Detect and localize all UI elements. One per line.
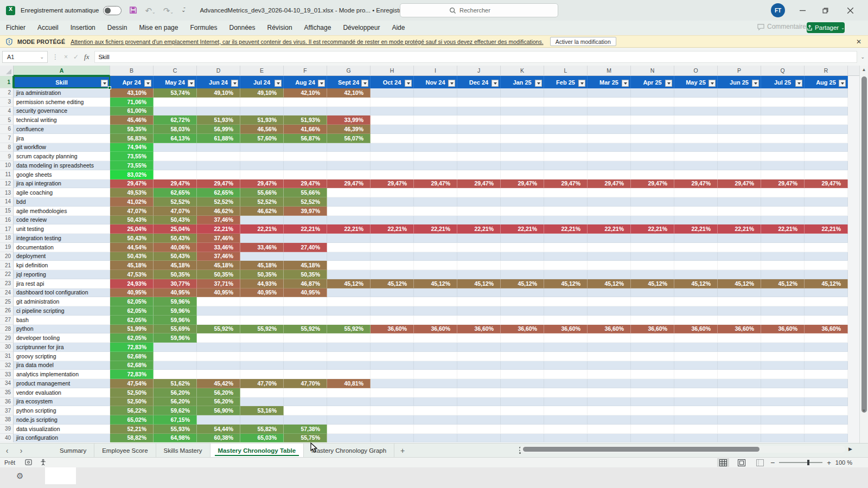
value-cell-R38[interactable] xyxy=(805,415,848,425)
value-cell-K35[interactable] xyxy=(501,388,544,397)
ribbon-tab-dessin[interactable]: Dessin xyxy=(101,24,133,31)
value-cell-L21[interactable] xyxy=(544,261,588,270)
value-cell-B16[interactable]: 50,43% xyxy=(110,216,154,225)
column-header-L[interactable]: L xyxy=(544,66,588,76)
value-cell-K21[interactable] xyxy=(501,261,544,270)
value-cell-L16[interactable] xyxy=(544,216,588,225)
value-cell-Q13[interactable] xyxy=(761,188,805,197)
value-cell-D5[interactable]: 51,93% xyxy=(197,115,240,125)
value-cell-L5[interactable] xyxy=(544,115,588,125)
value-cell-I35[interactable] xyxy=(414,388,457,397)
value-cell-H30[interactable] xyxy=(371,343,414,352)
value-cell-F3[interactable] xyxy=(284,98,327,107)
value-cell-N29[interactable] xyxy=(631,333,674,343)
value-cell-P14[interactable] xyxy=(718,197,761,207)
value-cell-G27[interactable] xyxy=(327,316,371,325)
value-cell-I31[interactable] xyxy=(414,352,457,361)
skill-cell-31[interactable]: groovy scripting xyxy=(14,352,110,361)
value-cell-R26[interactable] xyxy=(805,306,848,316)
value-cell-L26[interactable] xyxy=(544,306,588,316)
value-cell-Q29[interactable] xyxy=(761,333,805,343)
value-cell-J23[interactable]: 45,12% xyxy=(457,279,501,288)
value-cell-R15[interactable] xyxy=(805,207,848,216)
value-cell-J33[interactable] xyxy=(457,370,501,379)
row-header-10[interactable]: 10 xyxy=(0,161,14,170)
value-cell-I13[interactable] xyxy=(414,188,457,197)
value-cell-I32[interactable] xyxy=(414,361,457,370)
ribbon-tab-accueil[interactable]: Accueil xyxy=(31,24,65,31)
value-cell-H22[interactable] xyxy=(371,270,414,279)
value-cell-L33[interactable] xyxy=(544,370,588,379)
value-cell-K24[interactable] xyxy=(501,288,544,298)
value-cell-K12[interactable]: 29,47% xyxy=(501,179,544,189)
normal-view-icon[interactable] xyxy=(717,458,729,467)
vertical-scrollbar[interactable]: ▲ ▼ xyxy=(859,66,868,443)
value-cell-C28[interactable]: 55,69% xyxy=(154,325,197,334)
banner-close-icon[interactable]: ✕ xyxy=(856,38,861,46)
value-cell-J38[interactable] xyxy=(457,415,501,425)
value-cell-L12[interactable]: 29,47% xyxy=(544,179,588,189)
value-cell-M39[interactable] xyxy=(588,425,631,434)
value-cell-K36[interactable] xyxy=(501,397,544,407)
value-cell-P38[interactable] xyxy=(718,415,761,425)
value-cell-G37[interactable] xyxy=(327,406,371,415)
skill-cell-16[interactable]: code review xyxy=(14,216,110,225)
value-cell-M4[interactable] xyxy=(588,107,631,116)
value-cell-R20[interactable] xyxy=(805,252,848,261)
value-cell-B14[interactable]: 41,02% xyxy=(110,197,154,207)
value-cell-F39[interactable]: 57,38% xyxy=(284,425,327,434)
value-cell-Q5[interactable] xyxy=(761,115,805,125)
value-cell-C21[interactable]: 45,18% xyxy=(154,261,197,270)
value-cell-Q27[interactable] xyxy=(761,316,805,325)
value-cell-M20[interactable] xyxy=(588,252,631,261)
month-column-header-jan-25[interactable]: Jan 25 xyxy=(501,76,544,88)
value-cell-N23[interactable]: 45,12% xyxy=(631,279,674,288)
value-cell-C18[interactable]: 50,43% xyxy=(154,234,197,243)
value-cell-O8[interactable] xyxy=(674,143,718,152)
value-cell-E3[interactable] xyxy=(240,98,284,107)
value-cell-P11[interactable] xyxy=(718,170,761,179)
value-cell-P32[interactable] xyxy=(718,361,761,370)
zoom-out-icon[interactable]: − xyxy=(770,458,775,467)
value-cell-C35[interactable]: 56,20% xyxy=(154,388,197,397)
row-header-18[interactable]: 18 xyxy=(0,234,14,243)
formula-input[interactable]: Skill xyxy=(94,51,857,63)
value-cell-K39[interactable] xyxy=(501,425,544,434)
value-cell-H13[interactable] xyxy=(371,188,414,197)
value-cell-L13[interactable] xyxy=(544,188,588,197)
column-header-N[interactable]: N xyxy=(631,66,674,76)
month-column-header-sept-24[interactable]: Sept 24 xyxy=(327,76,371,88)
value-cell-N6[interactable] xyxy=(631,125,674,134)
value-cell-J17[interactable]: 22,21% xyxy=(457,224,501,234)
value-cell-M40[interactable] xyxy=(588,434,631,443)
value-cell-P28[interactable]: 36,60% xyxy=(718,325,761,334)
value-cell-B22[interactable]: 47,53% xyxy=(110,270,154,279)
skill-column-header[interactable]: Skill xyxy=(14,76,110,88)
value-cell-O31[interactable] xyxy=(674,352,718,361)
value-cell-E33[interactable] xyxy=(240,370,284,379)
new-sheet-button[interactable]: + xyxy=(394,444,411,457)
row-header-19[interactable]: 19 xyxy=(0,243,14,252)
value-cell-I36[interactable] xyxy=(414,397,457,407)
value-cell-N31[interactable] xyxy=(631,352,674,361)
value-cell-C22[interactable]: 50,35% xyxy=(154,270,197,279)
value-cell-P12[interactable]: 29,47% xyxy=(718,179,761,189)
value-cell-H8[interactable] xyxy=(371,143,414,152)
value-cell-E22[interactable]: 50,35% xyxy=(240,270,284,279)
value-cell-C15[interactable]: 47,07% xyxy=(154,207,197,216)
filter-dropdown-8[interactable] xyxy=(448,80,455,87)
value-cell-H17[interactable]: 22,21% xyxy=(371,224,414,234)
value-cell-F25[interactable] xyxy=(284,297,327,306)
value-cell-O38[interactable] xyxy=(674,415,718,425)
value-cell-B12[interactable]: 29,47% xyxy=(110,179,154,189)
value-cell-C33[interactable] xyxy=(154,370,197,379)
value-cell-F31[interactable] xyxy=(284,352,327,361)
value-cell-P19[interactable] xyxy=(718,243,761,252)
value-cell-N33[interactable] xyxy=(631,370,674,379)
value-cell-M8[interactable] xyxy=(588,143,631,152)
value-cell-R25[interactable] xyxy=(805,297,848,306)
value-cell-Q26[interactable] xyxy=(761,306,805,316)
value-cell-M19[interactable] xyxy=(588,243,631,252)
value-cell-P9[interactable] xyxy=(718,152,761,161)
value-cell-B33[interactable]: 72,83% xyxy=(110,370,154,379)
